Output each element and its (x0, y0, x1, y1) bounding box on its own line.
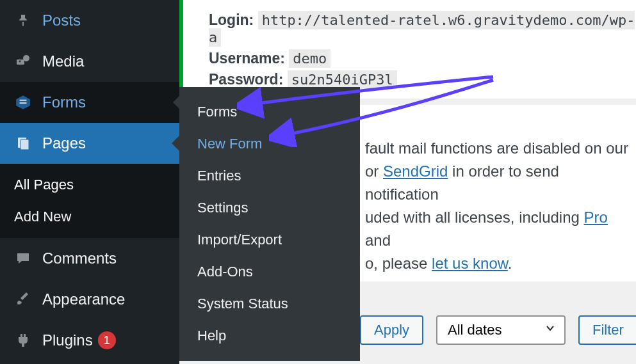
menu-pages[interactable]: Pages (0, 123, 179, 164)
menu-media[interactable]: Media (0, 41, 179, 82)
login-label: Login: (209, 12, 254, 28)
link-let-us-know[interactable]: let us know (432, 255, 508, 272)
menu-forms[interactable]: Forms (0, 82, 179, 123)
flyout-system-status[interactable]: System Status (179, 288, 360, 320)
flyout-forms[interactable]: Forms (179, 96, 360, 128)
body-line2: or SendGrid in order to send notificatio… (365, 160, 636, 206)
install-notice: Login: http://talented-ratel.w6.gravityd… (179, 0, 636, 99)
password-value: su2n540iGP3l (288, 70, 397, 89)
flyout-addons[interactable]: Add-Ons (179, 256, 360, 288)
pages-icon (13, 133, 33, 154)
link-sendgrid[interactable]: SendGrid (383, 162, 448, 180)
username-label: Username: (209, 50, 285, 67)
dates-select[interactable]: All dates (436, 315, 566, 345)
plugins-icon (13, 330, 33, 351)
svg-rect-3 (20, 100, 27, 101)
apply-button[interactable]: Apply (360, 315, 423, 345)
submenu-all-pages[interactable]: All Pages (0, 169, 179, 201)
password-label: Password: (209, 71, 283, 88)
forms-icon (13, 92, 33, 113)
menu-comments[interactable]: Comments (0, 238, 179, 279)
comments-icon (13, 248, 33, 269)
menu-comments-label: Comments (42, 249, 117, 267)
menu-media-label: Media (42, 52, 84, 70)
body-line3: uded with all licenses, including Pro an… (365, 206, 636, 252)
submenu-pages: All Pages Add New (0, 164, 179, 238)
chevron-down-icon (544, 322, 557, 338)
forms-flyout-menu: Forms New Form Entries Settings Import/E… (179, 87, 360, 361)
link-pro[interactable]: Pro (584, 209, 608, 226)
body-line4: o, please let us know. (365, 252, 636, 275)
brush-icon (13, 289, 33, 310)
menu-pages-label: Pages (42, 134, 86, 152)
pin-icon (13, 10, 33, 31)
dates-select-value: All dates (448, 322, 501, 338)
flyout-help[interactable]: Help (179, 320, 360, 352)
svg-rect-4 (20, 102, 27, 104)
menu-forms-label: Forms (42, 93, 86, 111)
svg-rect-6 (20, 139, 29, 150)
admin-sidebar: Posts Media Forms Pages All Pages Add Ne… (0, 0, 179, 364)
media-icon (13, 51, 33, 72)
menu-appearance[interactable]: Appearance (0, 279, 179, 320)
body-line1: fault mail functions are disabled on our (365, 137, 636, 160)
filter-button[interactable]: Filter (578, 315, 636, 345)
plugins-update-badge: 1 (98, 331, 116, 349)
flyout-new-form[interactable]: New Form (179, 128, 360, 160)
submenu-add-new[interactable]: Add New (0, 201, 179, 233)
menu-plugins[interactable]: Plugins 1 (0, 320, 179, 361)
flyout-entries[interactable]: Entries (179, 160, 360, 192)
filter-controls: Apply All dates Filter (360, 315, 636, 345)
menu-posts[interactable]: Posts (0, 0, 179, 41)
flyout-settings[interactable]: Settings (179, 192, 360, 224)
menu-appearance-label: Appearance (42, 290, 125, 308)
menu-plugins-label: Plugins (42, 331, 93, 349)
flyout-import-export[interactable]: Import/Export (179, 224, 360, 256)
menu-posts-label: Posts (42, 12, 81, 29)
login-value: http://talented-ratel.w6.gravitydemo.com… (209, 11, 635, 47)
username-value: demo (289, 49, 330, 68)
